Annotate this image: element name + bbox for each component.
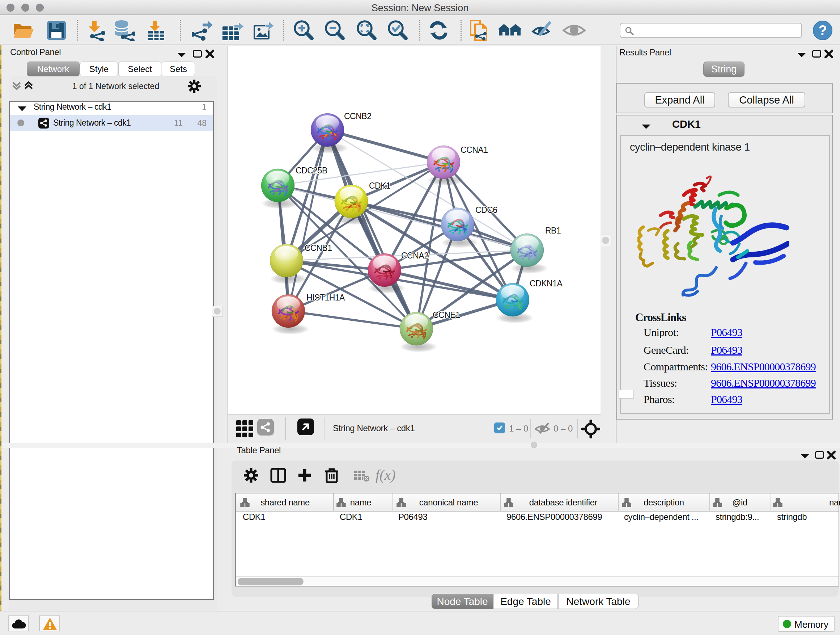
svg-text:?: ? (818, 23, 827, 38)
